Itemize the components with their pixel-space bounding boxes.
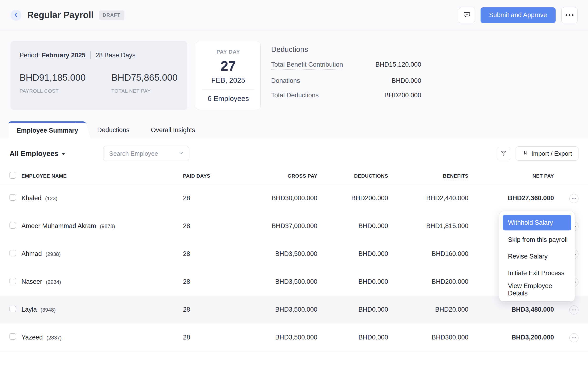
deduction-value: BHD200.000 [384, 92, 421, 99]
employee-id: (3948) [41, 307, 56, 313]
col-paid-days: PAID DAYS [174, 173, 233, 179]
select-all-checkbox[interactable] [10, 172, 16, 179]
ellipsis-icon [566, 14, 573, 16]
payroll-cost-value: BHD91,185.000 [20, 72, 86, 83]
submit-and-approve-button[interactable]: Submit and Approve [481, 7, 556, 23]
period-value: February 2025 [42, 52, 85, 59]
ellipsis-icon [572, 309, 576, 310]
gross-pay-cell: BHD3,500.000 [233, 278, 317, 286]
context-menu-item[interactable]: View Employee Details [503, 281, 571, 298]
more-options-button[interactable] [561, 7, 578, 23]
paid-days-cell: 28 [174, 278, 233, 286]
employee-name: Ahmad [21, 250, 42, 257]
employee-filter-label: All Employees [10, 150, 58, 158]
deductions-cell: BHD0.000 [317, 306, 388, 313]
back-button[interactable] [10, 10, 21, 21]
chevron-down-icon [178, 150, 184, 157]
employee-name: Layla [21, 306, 37, 313]
gross-pay-cell: BHD30,000.000 [233, 195, 317, 202]
row-checkbox[interactable] [10, 222, 16, 228]
filter-button[interactable] [497, 147, 510, 160]
benefits-cell: BHD20.000 [388, 306, 468, 313]
deduction-label: Donations [271, 77, 300, 84]
chevron-left-icon [13, 12, 19, 19]
deductions-cell: BHD200.000 [317, 195, 388, 202]
context-menu-item[interactable]: Skip from this payroll [503, 231, 571, 248]
employee-id: (9878) [100, 223, 115, 229]
divider [202, 90, 254, 90]
row-actions-button[interactable] [569, 194, 578, 203]
employee-id: (2938) [45, 251, 61, 257]
row-checkbox[interactable] [10, 306, 16, 312]
deduction-value: BHD15,120.000 [376, 61, 421, 68]
payroll-cost-label: PAYROLL COST [20, 88, 86, 94]
deductions-panel: Deductions Total Benefit Contribution BH… [271, 41, 421, 110]
employee-id: (2934) [46, 279, 61, 285]
period-summary-card: Period: February 2025 28 Base Days BHD91… [10, 41, 187, 110]
ellipsis-icon [572, 198, 576, 199]
search-employee-select[interactable]: Search Employee [103, 146, 189, 161]
row-checkbox[interactable] [10, 333, 16, 340]
table-row: Khaled (123) 28 BHD30,000.000 BHD200.000… [0, 184, 588, 212]
deductions-cell: BHD0.000 [317, 334, 388, 341]
paid-days-cell: 28 [174, 195, 233, 202]
benefits-cell: BHD200.000 [388, 278, 468, 286]
row-actions-button[interactable] [569, 306, 578, 315]
vertical-divider [90, 51, 91, 59]
row-checkbox[interactable] [10, 250, 16, 256]
row-checkbox[interactable] [10, 194, 16, 201]
deductions-cell: BHD0.000 [317, 222, 388, 230]
payroll-run-page: Regular Payroll DRAFT Submit and Approve… [0, 0, 588, 369]
deduction-label: Total Benefit Contribution [271, 61, 343, 70]
context-menu-item[interactable]: Initiate Exit Process [503, 265, 571, 281]
employee-id: (123) [45, 195, 57, 201]
search-employee-placeholder: Search Employee [109, 150, 158, 157]
employee-name: Naseer [21, 278, 42, 285]
caret-down-icon [62, 153, 65, 155]
payday-day: 27 [196, 58, 260, 74]
payday-month-year: FEB, 2025 [196, 76, 260, 84]
comment-bubble-icon [463, 11, 471, 19]
deductions-cell: BHD0.000 [317, 278, 388, 286]
gross-pay-cell: BHD3,500.000 [233, 250, 317, 257]
payday-employee-count: 6 Employees [196, 94, 260, 102]
table-toolbar: All Employees Search Employee [0, 139, 588, 161]
comments-button[interactable] [459, 7, 475, 23]
col-gross-pay: GROSS PAY [233, 173, 317, 179]
deduction-row: Total Benefit Contribution BHD15,120.000 [271, 61, 421, 70]
net-pay-cell: BHD3,200.000 [468, 334, 554, 341]
tab-deductions[interactable]: Deductions [90, 121, 136, 139]
paid-days-cell: 28 [174, 222, 233, 230]
total-net-pay-value: BHD75,865.000 [112, 72, 178, 83]
paid-days-cell: 28 [174, 306, 233, 313]
tab-overall-insights[interactable]: Overall Insights [144, 121, 202, 139]
gross-pay-cell: BHD3,500.000 [233, 334, 317, 341]
context-menu-item[interactable]: Withhold Salary [503, 215, 571, 230]
import-export-label: Import / Export [532, 150, 572, 157]
deduction-row: Donations BHD0.000 [271, 77, 421, 84]
employee-filter-dropdown[interactable]: All Employees [10, 150, 65, 158]
employee-id: (2837) [46, 335, 62, 341]
import-export-arrows-icon [522, 150, 532, 158]
total-net-pay-block: BHD75,865.000 TOTAL NET PAY [112, 72, 178, 94]
tab-employee-summary[interactable]: Employee Summary [9, 121, 83, 139]
deduction-label: Total Deductions [271, 92, 319, 99]
total-net-pay-label: TOTAL NET PAY [112, 88, 178, 94]
context-menu-item[interactable]: Revise Salary [503, 248, 571, 265]
import-export-button[interactable]: Import / Export [515, 146, 579, 161]
page-header: Regular Payroll DRAFT Submit and Approve [0, 0, 588, 31]
row-actions-button[interactable] [569, 333, 578, 342]
row-context-menu: Withhold Salary Skip from this payroll R… [499, 211, 575, 301]
deductions-panel-title: Deductions [271, 45, 421, 54]
page-title: Regular Payroll [27, 10, 94, 20]
row-checkbox[interactable] [10, 278, 16, 284]
deduction-row: Total Deductions BHD200.000 [271, 92, 421, 99]
period-line: Period: February 2025 28 Base Days [20, 51, 178, 59]
benefits-cell: BHD300.000 [388, 334, 468, 341]
table-header-row: EMPLOYEE NAME PAID DAYS GROSS PAY DEDUCT… [0, 168, 588, 184]
payroll-cost-block: BHD91,185.000 PAYROLL COST [20, 72, 86, 94]
base-days: 28 Base Days [95, 52, 136, 59]
col-net-pay: NET PAY [468, 173, 554, 179]
employee-name: Ameer Muhammad Akram [21, 222, 96, 229]
summary-band: Period: February 2025 28 Base Days BHD91… [10, 41, 578, 110]
